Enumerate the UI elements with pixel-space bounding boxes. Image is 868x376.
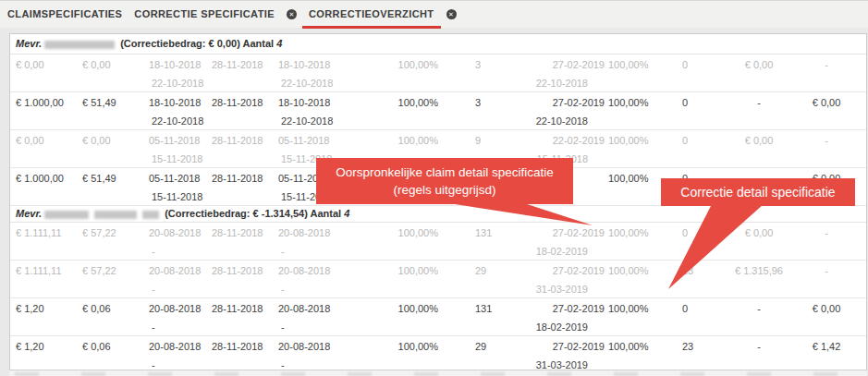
redacted-name [94,211,137,219]
table-cell: 23 [679,336,731,370]
table-cell: 9 [438,130,531,167]
group-title-prefix: Mevr. [16,38,42,49]
table-cell: 29 [438,336,531,370]
table-cell: 0 [679,298,731,335]
group-title-prefix: Mevr. [16,208,42,219]
table-cell: 29 [438,261,531,297]
table-cell: 28-11-2018 [206,261,273,297]
table-cell: € 1.000,00 [10,92,77,129]
table-cell: 22-02-201915-11-2018 [531,130,608,167]
table-cell: 27-02-201922-10-2018 [531,55,608,91]
table-cell: € 1,20 [10,336,77,370]
table-cell: 05-11-201815-11-2018 [143,168,206,205]
table-cell: - [787,223,866,260]
table-row[interactable]: € 1.111,11€ 57,2220-08-2018-28-11-201820… [10,223,866,261]
table-cell: 100,00% [608,336,679,370]
table-cell: 18-10-201822-10-2018 [273,55,339,91]
redacted-name [44,41,115,49]
table-cell: 28-11-2018 [206,168,273,205]
table-cell: € 1,20 [10,298,77,335]
table-row[interactable]: € 1,20€ 0,0620-08-2018-28-11-201820-08-2… [10,298,866,336]
table-cell: € 57,22 [77,261,143,297]
tab-correctie-specificatie[interactable]: CORRECTIE SPECIFICATIE [134,1,275,28]
table-cell: 3 [438,92,531,129]
group-header: Mevr. (Correctiebedrag: € 0,00) Aantal 4 [10,34,866,55]
table-cell: 20-08-2018- [273,261,339,297]
table-cell: 27-02-201931-03-2019 [531,261,608,297]
table-cell: 100,00% [608,261,679,297]
table-cell: 0 [679,55,731,91]
close-tab-icon[interactable]: ✕ [287,9,297,19]
table-cell: € 0,00 [731,223,787,260]
table-cell: 100,00% [608,55,679,91]
table-cell: 100,00% [339,261,438,297]
table-cell: 100,00% [339,55,438,91]
table-cell: 23 [679,261,731,297]
table-cell: 100,00% [339,223,438,260]
table-cell: 100,00% [608,298,679,335]
table-cell: - [731,168,787,205]
table-cell: € 0,00 [731,55,787,91]
group-aantal: 4 [344,208,349,219]
table-cell: € 0,00 [787,298,866,335]
table-cell: € 57,22 [77,223,143,260]
table-cell: € 51,49 [77,168,143,205]
tab-claimspecificaties[interactable]: CLAIMSPECIFICATIES [7,1,122,28]
table-row[interactable]: € 1,20€ 0,0620-08-2018-28-11-201820-08-2… [10,336,866,370]
redacted-name [44,211,89,219]
table-cell: € 0,00 [731,130,787,167]
table-row[interactable]: € 0,00€ 0,0005-11-201815-11-201828-11-20… [10,130,866,168]
table-cell: 28-11-2018 [206,55,273,91]
cutoff-row [9,370,867,376]
table-cell: 20-08-2018- [273,336,339,370]
table-cell: 100,00% [339,92,438,129]
table-cell [531,168,608,205]
table-cell: - [731,298,787,335]
table-cell: € 1.111,11 [10,223,77,260]
table-cell: 0 [679,223,731,260]
table-cell: 20-08-2018- [273,223,339,260]
correctieoverzicht-table: Mevr. (Correctiebedrag: € 0,00) Aantal 4… [9,33,867,370]
table-cell: € 51,49 [77,92,143,129]
table-cell: 28-11-2018 [206,92,273,129]
table-cell [438,168,531,205]
table-cell: 100,00% [339,130,438,167]
table-cell: 0 [679,130,731,167]
table-cell: 3 [438,55,531,91]
table-cell: € 1,42 [787,336,866,370]
table-cell: - [787,130,866,167]
table-cell: 27-02-201931-03-2019 [531,336,608,370]
table-cell: 100,00% [608,223,679,260]
table-cell: 100,00% [608,130,679,167]
table-cell: 28-11-2018 [206,336,273,370]
table-cell: 27-02-201922-10-2018 [531,92,608,129]
table-row[interactable]: € 0,00€ 0,0018-10-201822-10-201828-11-20… [10,55,866,92]
table-cell: 100,00% [339,336,438,370]
table-cell: 0 [679,168,731,205]
table-row[interactable]: € 1.000,00€ 51,4905-11-201815-11-201828-… [10,168,866,206]
table-cell: € 1.111,11 [10,261,77,297]
table-cell: 18-10-201822-10-2018 [143,92,206,129]
table-row[interactable]: € 1.111,11€ 57,2220-08-2018-28-11-201820… [10,261,866,298]
table-cell: 28-11-2018 [206,130,273,167]
table-cell: 05-11-201815-11-2018 [273,130,339,167]
table-cell: 18-10-201822-10-2018 [273,92,339,129]
table-cell: - [731,92,787,129]
close-tab-icon[interactable]: ✕ [446,9,457,19]
table-cell: 100,00% [608,92,679,129]
table-cell: € 0,00 [77,55,143,91]
table-cell: 05-11-201815-11-2018 [273,168,339,205]
table-cell: € 0,00 [77,130,143,167]
table-cell: € 0,00 [787,168,866,205]
table-cell: - [787,261,866,297]
table-cell: € 0,00 [10,130,77,167]
tab-correctieoverzicht[interactable]: CORRECTIEOVERZICHT [309,1,434,28]
table-cell: 18-10-201822-10-2018 [143,55,206,91]
table-row[interactable]: € 1.000,00€ 51,4918-10-201822-10-201828-… [10,92,866,130]
table-cell: 100,00% [608,168,679,205]
table-cell: 20-08-2018- [273,298,339,335]
table-cell: 20-08-2018- [143,336,206,370]
table-cell: - [731,336,787,370]
table-cell: 20-08-2018- [143,223,206,260]
group-header: Mevr. (Correctiebedrag: € -1.314,54) Aan… [10,206,866,223]
